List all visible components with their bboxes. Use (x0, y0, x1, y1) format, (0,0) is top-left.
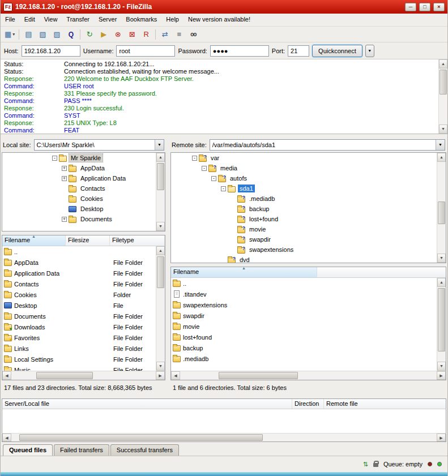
scroll-thumb[interactable] (438, 201, 445, 224)
file-row[interactable]: AppDataFile Folder (2, 257, 165, 268)
disconnect-button[interactable]: ⊠ (125, 28, 139, 41)
chevron-down-icon[interactable]: ▼ (436, 140, 445, 150)
file-row[interactable]: backup (171, 342, 446, 353)
scroll-thumb[interactable] (219, 372, 298, 379)
tree-item[interactable]: backup (171, 204, 446, 214)
menu-server[interactable]: Server (94, 14, 121, 26)
scroll-up-icon[interactable]: ▲ (156, 153, 165, 162)
scroll-up-icon[interactable]: ▲ (156, 246, 165, 255)
scroll-down-icon[interactable]: ▼ (156, 362, 165, 371)
log-scrollbar[interactable]: ▲ ▼ (438, 59, 447, 134)
tree-item[interactable]: .mediadb (171, 194, 446, 204)
scroll-down-icon[interactable]: ▼ (437, 254, 446, 263)
scroll-thumb[interactable] (440, 70, 447, 95)
file-row[interactable]: ♪MusicFile Folder (2, 364, 165, 371)
menu-new-version[interactable]: New version available! (184, 14, 255, 26)
scroll-up-icon[interactable]: ▲ (437, 278, 446, 287)
collapse-icon[interactable] (221, 186, 226, 191)
menu-help[interactable]: Help (161, 14, 184, 26)
tree-item[interactable]: sda1 (171, 183, 446, 194)
menu-view[interactable]: View (40, 14, 62, 26)
expand-icon[interactable] (62, 166, 67, 171)
collapse-icon[interactable] (211, 176, 216, 181)
menu-transfer[interactable]: Transfer (62, 14, 94, 26)
reconnect-button[interactable]: R (139, 28, 153, 41)
username-input[interactable] (116, 45, 175, 57)
close-button[interactable]: × (433, 3, 445, 11)
chevron-down-icon[interactable]: ▼ (155, 140, 164, 150)
collapse-icon[interactable] (202, 166, 207, 171)
scroll-right-icon[interactable]: ▶ (437, 434, 446, 441)
column-header-filetype[interactable]: Filetype (110, 235, 165, 246)
toggle-remote-tree-button[interactable]: ▨ (50, 28, 63, 41)
scroll-left-icon[interactable]: ◀ (2, 434, 11, 441)
file-row[interactable]: Application DataFile Folder (2, 268, 165, 278)
toggle-queue-button[interactable]: Q (64, 28, 78, 41)
column-header-server-local-file[interactable]: Server/Local file (2, 399, 292, 409)
directory-comparison-button[interactable]: ≡ (172, 28, 186, 41)
scroll-track[interactable] (11, 434, 437, 441)
process-queue-button[interactable]: ▶ (97, 28, 110, 41)
menu-bookmarks[interactable]: Bookmarks (121, 14, 161, 26)
scroll-track[interactable] (180, 371, 437, 380)
scroll-thumb[interactable] (36, 372, 93, 379)
local-site-combo[interactable]: C:\Users\Mr Sparkle\ ▼ (34, 139, 164, 151)
expand-icon[interactable] (62, 176, 67, 181)
site-manager-button[interactable]: ▦ ▾ (3, 28, 16, 41)
file-row[interactable]: .. (2, 246, 165, 257)
tree-item[interactable]: var (171, 153, 446, 163)
tree-item[interactable]: Documents (2, 214, 165, 224)
file-row[interactable]: swapextensions (171, 299, 446, 310)
site-manager-dropdown-icon[interactable]: ▾ (12, 32, 15, 37)
tree-item[interactable]: media (171, 163, 446, 173)
quickconnect-button[interactable]: Quickconnect (312, 45, 362, 57)
scroll-right-icon[interactable]: ▶ (156, 371, 165, 380)
file-row[interactable]: swapdir (171, 310, 446, 321)
scroll-track[interactable] (437, 287, 446, 362)
tree-item[interactable]: lost+found (171, 214, 446, 224)
speed-limits-icon[interactable]: ⇅ (363, 461, 368, 468)
remote-list-hscrollbar[interactable]: ◀ ▶ (171, 371, 446, 380)
tab-queued-files[interactable]: Queued files (3, 444, 53, 456)
scroll-down-icon[interactable]: ▼ (437, 362, 446, 371)
scroll-down-icon[interactable]: ▼ (439, 125, 447, 134)
column-header-direction[interactable]: Direction (292, 399, 324, 409)
maximize-button[interactable]: □ (419, 3, 430, 11)
file-row[interactable]: movie (171, 321, 446, 332)
remote-site-combo[interactable]: /var/media/autofs/sda1 ▼ (210, 139, 445, 151)
tab-failed-transfers[interactable]: Failed transfers (54, 444, 109, 456)
column-header-filesize[interactable]: Filesize (66, 235, 110, 246)
scroll-thumb[interactable] (19, 434, 263, 441)
remote-tree-scrollbar[interactable]: ▲ ▼ (437, 153, 446, 263)
scroll-thumb[interactable] (157, 256, 164, 288)
tree-item[interactable]: movie (171, 224, 446, 234)
tab-successful-transfers[interactable]: Successful transfers (110, 444, 179, 456)
column-header-remote-file[interactable]: Remote file (324, 399, 446, 409)
file-row[interactable]: Local SettingsFile Folder (2, 354, 165, 364)
collapse-icon[interactable] (192, 156, 197, 161)
host-input[interactable] (22, 45, 80, 57)
cancel-button[interactable]: ⊗ (111, 28, 125, 41)
local-tree-scrollbar[interactable]: ▲ ▼ (156, 153, 165, 231)
file-row[interactable]: ▼DownloadsFile Folder (2, 321, 165, 332)
minimize-button[interactable]: ─ (405, 3, 416, 11)
file-row[interactable]: CookiesFolder (2, 289, 165, 300)
encryption-lock-icon[interactable] (373, 463, 378, 467)
scroll-left-icon[interactable]: ◀ (171, 371, 180, 380)
scroll-thumb[interactable] (157, 163, 164, 190)
menu-file[interactable]: File (1, 14, 20, 26)
tree-item[interactable]: swapextensions (171, 245, 446, 255)
local-list-hscrollbar[interactable]: ◀ ▶ (2, 371, 165, 380)
tree-item[interactable]: AppData (2, 163, 165, 173)
scroll-track[interactable] (156, 255, 165, 362)
file-row[interactable]: LinksFile Folder (2, 343, 165, 354)
tree-item[interactable]: autofs (171, 173, 446, 183)
toggle-local-tree-button[interactable]: ▧ (36, 28, 49, 41)
collapse-icon[interactable] (52, 156, 57, 161)
password-input[interactable] (210, 45, 269, 57)
tree-item[interactable]: Cookies (2, 194, 165, 204)
tree-item[interactable]: Mr Sparkle (2, 153, 165, 163)
port-input[interactable] (288, 45, 309, 57)
scroll-track[interactable] (439, 68, 447, 125)
file-row[interactable]: .. (171, 278, 446, 289)
